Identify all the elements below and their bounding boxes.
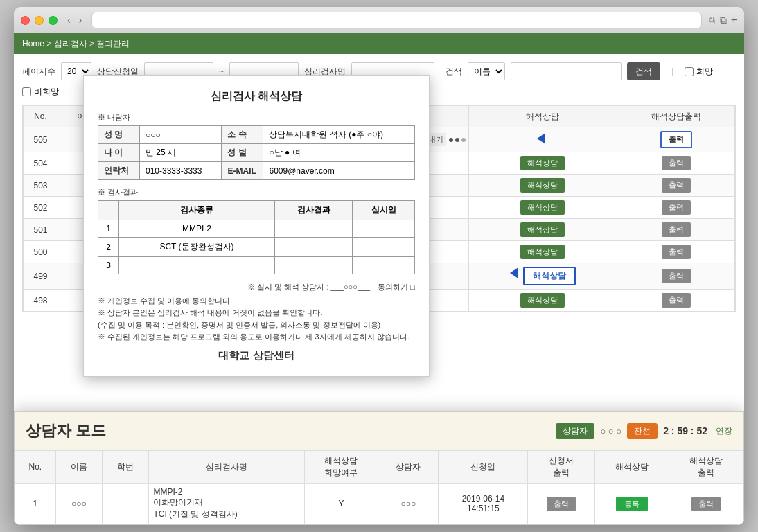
col-no: No. (24, 106, 58, 127)
cell-output: 출력 (617, 152, 735, 175)
dots-badge: ○ ○ ○ (600, 426, 622, 436)
cell-haeseok: 해석상담 (468, 197, 617, 219)
cell-date: 2019-06-1414:51:15 (439, 484, 528, 524)
cell-output: 출력 (617, 290, 735, 312)
output-button[interactable]: 출력 (691, 497, 721, 511)
cell-num: 2 (98, 238, 119, 257)
navbar: Home > 심리검사 > 결과관리 (14, 33, 744, 54)
cell-no: 500 (24, 241, 58, 263)
wish-checkbox[interactable] (685, 67, 694, 76)
search-button[interactable]: 검색 (627, 62, 660, 80)
cell-haeseok: 해석상담 (468, 175, 617, 197)
haeseok-button[interactable]: 해석상담 (520, 178, 565, 193)
haeseok-button[interactable]: 해석상담 (520, 200, 565, 215)
cell-result (275, 257, 353, 274)
cell-no: 498 (24, 290, 58, 312)
titlebar: ‹ › ⎙ ⧉ + (14, 7, 744, 33)
maximize-button[interactable] (49, 16, 58, 25)
col-haeseok: 해석상담 (595, 451, 669, 484)
search-type-select[interactable]: 이름 (468, 62, 505, 80)
info-row: 성 명 ○○○ 소 속 상담복지대학원 석사 (●주 ○야) (98, 126, 415, 144)
col-wish: 해석상담희망여부 (304, 451, 378, 484)
col-num (98, 201, 119, 220)
main-content: 페이지수 20 상담신청일 ~ 심리검사명 검색 이름 검색 | 희망 (14, 54, 744, 525)
result-row: 1 MMPI-2 (98, 220, 415, 238)
output-button[interactable]: 출력 (662, 200, 691, 215)
add-tab-button[interactable]: + (731, 14, 737, 26)
cell-haeseok (468, 127, 617, 152)
haeseok-button[interactable]: 해석상담 (520, 293, 565, 308)
badges-group: 상담자 ○ ○ ○ 잔선 2 : 59 : 52 연장 (556, 423, 732, 439)
col-haeseok: 해석상담 (468, 106, 617, 127)
cell-label: 나 이 (98, 144, 140, 162)
footer-line2: ※ 개인정보 수집 및 이용에 동의합니다. (98, 295, 415, 308)
cell-no: 1 (15, 484, 56, 524)
cell-label: 성 명 (98, 126, 140, 144)
col-type: 검사종류 (119, 201, 275, 220)
cell-date (353, 220, 415, 238)
cell-num: 3 (98, 257, 119, 274)
unwish-checkbox[interactable] (22, 87, 31, 96)
output-button[interactable]: 출력 (662, 293, 691, 308)
cell-date (353, 257, 415, 274)
cell-wish: Y (304, 484, 378, 524)
output-button-highlighted[interactable]: 출력 (660, 131, 692, 148)
cell-no: 499 (24, 263, 58, 290)
unwish-checkbox-group: 비희망 (22, 86, 59, 98)
minimize-button[interactable] (35, 16, 44, 25)
output-button[interactable]: 출력 (662, 269, 691, 283)
bottom-table-row: 1 ○○○ MMPI-2이화망어기재TCI (기질 및 성격검사) Y ○○○ … (15, 484, 743, 524)
haeseok-button[interactable]: 해석상담 (520, 156, 565, 170)
haeseok-button[interactable]: 해석상담 (520, 222, 565, 237)
cell-no: 503 (24, 175, 58, 197)
bottom-modal-title: 상담자 모드 (26, 420, 106, 441)
modal-title: 심리검사 해석상담 (98, 89, 415, 104)
back-button[interactable]: ‹ (64, 13, 73, 27)
cell-output: 출력 (617, 263, 735, 290)
cell-student-id (103, 484, 149, 524)
search-label: 검색 (446, 66, 462, 78)
bottom-modal: 상담자 모드 상담자 ○ ○ ○ 잔선 2 : 59 : 52 연장 No. 이… (14, 411, 744, 525)
footer-line4: (수집 및 이용 목적 : 본인확인, 증명서 및 인증서 발급, 의사소통 및… (98, 319, 415, 332)
extend-button[interactable]: 연장 (716, 425, 732, 437)
cell-counselor: ○○○ (378, 484, 439, 524)
cell-haeseok: 해석상담 (468, 219, 617, 241)
output-button[interactable]: 출력 (662, 178, 691, 193)
footer-line1: ※ 실시 및 해석 상담자 : ___○○○___ (247, 283, 370, 291)
address-bar[interactable] (91, 12, 701, 28)
cell-no: 505 (24, 127, 58, 152)
col-output: 해석상담출력 (617, 106, 735, 127)
close-button[interactable] (21, 16, 30, 25)
footer-line5: ※ 수집된 개인정보는 해당 프로그램 외의 용도로 이용하거나 제 3자에게 … (98, 331, 415, 344)
output-button[interactable]: 출력 (662, 245, 691, 259)
haeseok-button-highlighted[interactable]: 해석상담 (523, 267, 576, 285)
traffic-lights (21, 16, 58, 25)
bottom-modal-header: 상담자 모드 상담자 ○ ○ ○ 잔선 2 : 59 : 52 연장 (15, 412, 743, 450)
titlebar-actions: ⎙ ⧉ (709, 15, 727, 26)
cell-output: 출력 (617, 197, 735, 219)
cell-date (353, 238, 415, 257)
cell-value: 6009@naver.com (263, 162, 415, 180)
unwish-label: 비희망 (34, 86, 59, 98)
wish-checkbox-group: 희망 (685, 66, 713, 78)
timer-display: 2 : 59 : 52 (663, 425, 707, 436)
result-row: 3 (98, 257, 415, 274)
register-button[interactable]: 등록 (616, 497, 648, 511)
duplicate-button[interactable]: ⧉ (720, 15, 727, 26)
search-input[interactable] (511, 62, 622, 80)
forward-button[interactable]: › (76, 13, 85, 27)
share-button[interactable]: ⎙ (709, 15, 714, 26)
output-button[interactable]: 출력 (662, 222, 691, 237)
cell-output-highlighted: 출력 (617, 127, 735, 152)
output-button[interactable]: 출력 (662, 156, 691, 170)
print-button[interactable]: 출력 (547, 497, 576, 511)
haeseok-button[interactable]: 해석상담 (520, 245, 565, 259)
arrow-left-icon (537, 133, 545, 144)
cell-name: ○○○ (55, 484, 102, 524)
dots-indicator (449, 138, 466, 142)
cell-value: 상담복지대학원 석사 (●주 ○야) (263, 126, 415, 144)
cell-haeseok-highlighted: 해석상담 (468, 263, 617, 290)
footer-line3: ※ 상담자 본인은 심리검사 해석 내용에 거짓이 없음을 확인합니다. (98, 307, 415, 319)
cell-value: 만 25 세 (140, 144, 222, 162)
cell-result (275, 220, 353, 238)
